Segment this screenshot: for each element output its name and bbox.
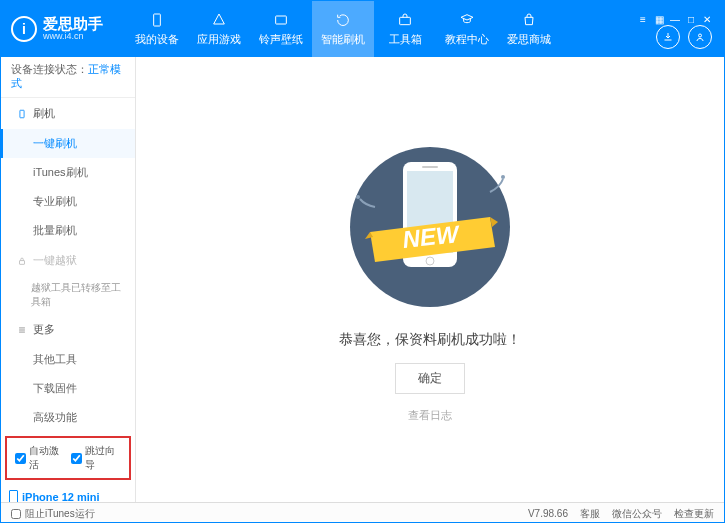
connection-status: 设备连接状态：正常模式 [1, 57, 135, 98]
checkbox-label: 阻止iTunes运行 [25, 507, 95, 521]
svg-rect-4 [20, 110, 24, 118]
sidebar-item-itunes-flash[interactable]: iTunes刷机 [1, 158, 135, 187]
user-icon[interactable] [688, 25, 712, 49]
auto-activate-checkbox[interactable]: 自动激活 [15, 444, 65, 472]
nav-my-device[interactable]: 我的设备 [126, 1, 188, 57]
nav-label: 铃声壁纸 [259, 32, 303, 47]
svg-point-10 [356, 195, 360, 199]
svg-rect-5 [20, 260, 25, 264]
nav-label: 应用游戏 [197, 32, 241, 47]
success-message: 恭喜您，保资料刷机成功啦！ [339, 331, 521, 349]
nav-label: 我的设备 [135, 32, 179, 47]
device-info: iPhone 12 mini 64GB Down-12mini-13,1 [1, 484, 135, 502]
footer: 阻止iTunes运行 V7.98.66 客服 微信公众号 检查更新 [1, 502, 724, 523]
checkbox-label: 自动激活 [29, 444, 65, 472]
success-illustration: NEW [315, 137, 545, 317]
nav-ringtone[interactable]: 铃声壁纸 [250, 1, 312, 57]
wechat-link[interactable]: 微信公众号 [612, 507, 662, 521]
app-title: 爱思助手 [43, 16, 103, 33]
skin-icon[interactable]: ▦ [652, 14, 666, 25]
right-circle-buttons [656, 25, 712, 49]
titlebar: i 爱思助手 www.i4.cn 我的设备 应用游戏 铃声壁纸 智能刷机 工具箱 [1, 1, 724, 57]
nav-toolbox[interactable]: 工具箱 [374, 1, 436, 57]
phone-small-icon [9, 490, 18, 502]
toolbox-icon [396, 11, 414, 29]
window-controls: ≡ ▦ — □ ✕ [636, 10, 714, 25]
list-icon [17, 325, 27, 335]
svg-point-3 [699, 34, 702, 37]
minimize-icon[interactable]: — [668, 14, 682, 25]
flash-icon [334, 11, 352, 29]
maximize-icon[interactable]: □ [684, 14, 698, 25]
nav-tutorial[interactable]: 教程中心 [436, 1, 498, 57]
wallpaper-icon [272, 11, 290, 29]
sidebar-section-more[interactable]: 更多 [1, 314, 135, 345]
jailbreak-note: 越狱工具已转移至工具箱 [1, 276, 135, 314]
lock-icon [17, 256, 27, 266]
nav-label: 爱思商城 [507, 32, 551, 47]
checkbox-label: 跳过向导 [85, 444, 121, 472]
options-highlight-box: 自动激活 跳过向导 [5, 436, 131, 480]
svg-rect-0 [154, 14, 161, 26]
logo-area: i 爱思助手 www.i4.cn [11, 16, 126, 42]
sidebar-item-batch-flash[interactable]: 批量刷机 [1, 216, 135, 245]
sidebar-item-download-fw[interactable]: 下载固件 [1, 374, 135, 403]
main-nav: 我的设备 应用游戏 铃声壁纸 智能刷机 工具箱 教程中心 爱思商城 [126, 1, 636, 57]
nav-label: 教程中心 [445, 32, 489, 47]
version-label: V7.98.66 [528, 508, 568, 519]
device-icon [148, 11, 166, 29]
status-label: 设备连接状态： [11, 63, 88, 75]
app-url: www.i4.cn [43, 32, 103, 42]
footer-right: V7.98.66 客服 微信公众号 检查更新 [528, 507, 714, 521]
device-name-text: iPhone 12 mini [22, 491, 100, 503]
svg-rect-2 [400, 17, 411, 24]
svg-rect-1 [276, 16, 287, 24]
phone-icon [17, 109, 27, 119]
menu-icon[interactable]: ≡ [636, 14, 650, 25]
confirm-button[interactable]: 确定 [395, 363, 465, 394]
apps-icon [210, 11, 228, 29]
sidebar-item-other-tools[interactable]: 其他工具 [1, 345, 135, 374]
skip-guide-checkbox[interactable]: 跳过向导 [71, 444, 121, 472]
logo-text: 爱思助手 www.i4.cn [43, 16, 103, 42]
service-link[interactable]: 客服 [580, 507, 600, 521]
tutorial-icon [458, 11, 476, 29]
svg-point-11 [501, 175, 505, 179]
main-content: NEW 恭喜您，保资料刷机成功啦！ 确定 查看日志 [136, 57, 724, 502]
section-label: 刷机 [33, 106, 55, 121]
device-name[interactable]: iPhone 12 mini [9, 490, 127, 502]
sidebar-item-pro-flash[interactable]: 专业刷机 [1, 187, 135, 216]
sidebar-item-advanced[interactable]: 高级功能 [1, 403, 135, 432]
nav-label: 智能刷机 [321, 32, 365, 47]
logo-icon: i [11, 16, 37, 42]
check-update-link[interactable]: 检查更新 [674, 507, 714, 521]
body-area: 设备连接状态：正常模式 刷机 一键刷机 iTunes刷机 专业刷机 批量刷机 一… [1, 57, 724, 502]
sidebar: 设备连接状态：正常模式 刷机 一键刷机 iTunes刷机 专业刷机 批量刷机 一… [1, 57, 136, 502]
nav-label: 工具箱 [389, 32, 422, 47]
download-icon[interactable] [656, 25, 680, 49]
store-icon [520, 11, 538, 29]
sidebar-section-flash[interactable]: 刷机 [1, 98, 135, 129]
close-icon[interactable]: ✕ [700, 14, 714, 25]
svg-rect-15 [422, 166, 438, 168]
nav-apps[interactable]: 应用游戏 [188, 1, 250, 57]
sidebar-item-oneclick-flash[interactable]: 一键刷机 [1, 129, 135, 158]
nav-flash[interactable]: 智能刷机 [312, 1, 374, 57]
sidebar-section-jailbreak[interactable]: 一键越狱 [1, 245, 135, 276]
block-itunes-checkbox[interactable]: 阻止iTunes运行 [11, 507, 95, 521]
section-label: 一键越狱 [33, 253, 77, 268]
section-label: 更多 [33, 322, 55, 337]
nav-store[interactable]: 爱思商城 [498, 1, 560, 57]
view-log-link[interactable]: 查看日志 [408, 408, 452, 423]
